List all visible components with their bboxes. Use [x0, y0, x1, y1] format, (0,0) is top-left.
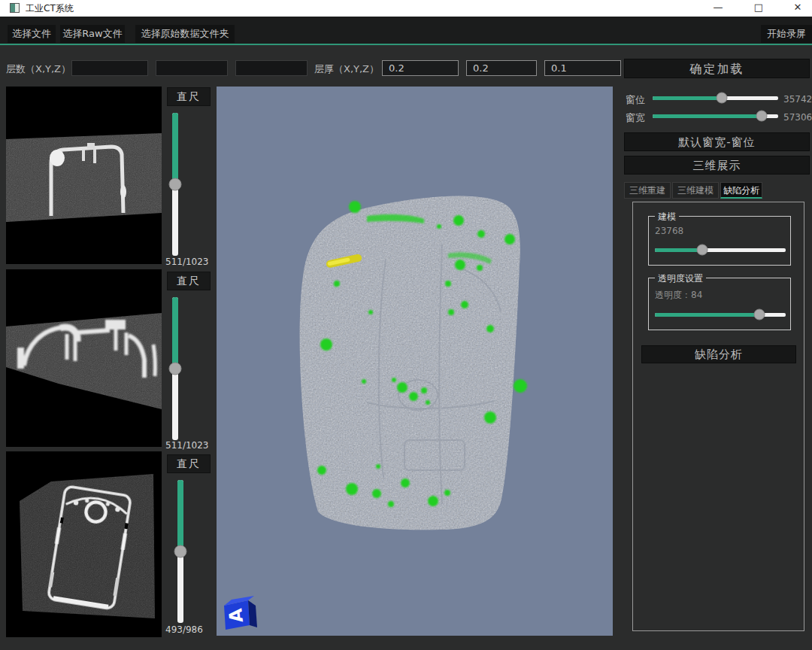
select-file-button[interactable]: 选择文件: [8, 25, 56, 43]
ct-slice-top[interactable]: [6, 87, 162, 264]
ct-slice-bottom-image: [6, 451, 162, 637]
slider-fill: [177, 480, 183, 551]
close-button[interactable]: ✕: [785, 0, 810, 17]
opacity-group: 透明度设置 透明度：84: [648, 278, 791, 330]
window-width-slider[interactable]: [653, 110, 778, 123]
viewport-3d-render[interactable]: A: [217, 87, 613, 636]
display-3d-button[interactable]: 三维展示: [624, 156, 810, 175]
select-raw-folder-button[interactable]: 选择原始数据文件夹: [135, 25, 235, 43]
start-record-button[interactable]: 开始录屏: [761, 25, 812, 43]
logo-letter: A: [225, 607, 247, 624]
app-icon: [10, 3, 20, 13]
ruler-button-1[interactable]: 直尺: [167, 87, 211, 106]
slice-position-1: 511/1023: [165, 257, 220, 267]
slider-knob[interactable]: [169, 363, 182, 375]
default-window-button[interactable]: 默认窗宽-窗位: [624, 132, 810, 151]
thickness-x-input[interactable]: 0.2: [382, 60, 459, 76]
confirm-load-button[interactable]: 确定加载: [624, 59, 810, 78]
window-width-label: 窗宽: [626, 111, 645, 125]
ct-slice-top-image: [6, 87, 162, 264]
maximize-button[interactable]: □: [746, 0, 771, 17]
slider-knob[interactable]: [169, 178, 182, 191]
tab-3d-modeling[interactable]: 三维建模: [672, 182, 719, 199]
slider-fill: [653, 96, 722, 100]
thickness-z-input[interactable]: 0.1: [544, 60, 621, 76]
window-level-value: 35742: [783, 94, 812, 105]
volume-render: A: [217, 87, 613, 636]
slider-fill: [655, 313, 759, 317]
slider-knob[interactable]: [696, 245, 707, 256]
tab-defect-analysis[interactable]: 缺陷分析: [720, 182, 762, 199]
slice-position-2: 511/1023: [165, 440, 220, 451]
ruler-button-2[interactable]: 直尺: [167, 272, 211, 290]
slice-position-3: 493/986: [165, 624, 220, 635]
opacity-group-title: 透明度设置: [655, 272, 706, 285]
ct-slice-middle[interactable]: [6, 269, 162, 447]
layers-y-input[interactable]: [156, 60, 228, 76]
title-bar: 工业CT系统 — □ ✕: [0, 0, 812, 17]
ct-slice-middle-image: [6, 269, 162, 447]
ct-slice-bottom[interactable]: [6, 451, 162, 637]
slice-slider-3[interactable]: [174, 480, 187, 623]
opacity-slider[interactable]: [655, 308, 786, 321]
slider-fill: [172, 297, 178, 369]
minimize-button[interactable]: —: [705, 0, 731, 17]
slider-knob[interactable]: [754, 309, 765, 320]
slice-slider-2[interactable]: [168, 297, 182, 440]
layers-z-input[interactable]: [235, 60, 308, 76]
slider-fill: [172, 113, 178, 184]
layers-label: 层数（X,Y,Z）: [6, 62, 71, 76]
slider-knob[interactable]: [174, 545, 187, 558]
window-level-label: 窗位: [626, 93, 645, 107]
layers-x-input[interactable]: [71, 60, 148, 76]
app-window: 工业CT系统 — □ ✕ 选择文件 选择Raw文件 选择原始数据文件夹 开始录屏…: [0, 0, 812, 650]
select-raw-file-button[interactable]: 选择Raw文件: [60, 25, 125, 43]
modeling-group-title: 建模: [655, 211, 679, 223]
ruler-button-3[interactable]: 直尺: [167, 454, 211, 473]
scanned-part-texture: [300, 196, 520, 530]
thickness-y-input[interactable]: 0.2: [466, 60, 537, 76]
modeling-value: 23768: [655, 226, 683, 236]
defect-analysis-panel: 建模 23768 透明度设置 透明度：84 缺陷分析: [632, 202, 804, 631]
modeling-group: 建模 23768: [648, 216, 791, 266]
defect-analysis-button[interactable]: 缺陷分析: [641, 345, 796, 363]
slider-knob[interactable]: [756, 111, 768, 122]
slider-fill: [653, 114, 762, 118]
tab-3d-reconstruction[interactable]: 三维重建: [624, 182, 671, 199]
modeling-slider[interactable]: [655, 244, 786, 257]
slice-slider-1[interactable]: [168, 113, 182, 256]
app-title: 工业CT系统: [26, 2, 74, 15]
window-width-value: 57306: [783, 112, 812, 123]
thickness-label: 层厚（X,Y,Z）: [314, 62, 379, 76]
slider-fill: [655, 248, 702, 252]
slider-knob[interactable]: [716, 93, 727, 104]
window-level-slider[interactable]: [653, 92, 778, 105]
toolbar: 选择文件 选择Raw文件 选择原始数据文件夹 开始录屏: [0, 17, 812, 45]
viewer-logo-cube: A: [224, 596, 257, 630]
opacity-value: 透明度：84: [655, 289, 702, 302]
